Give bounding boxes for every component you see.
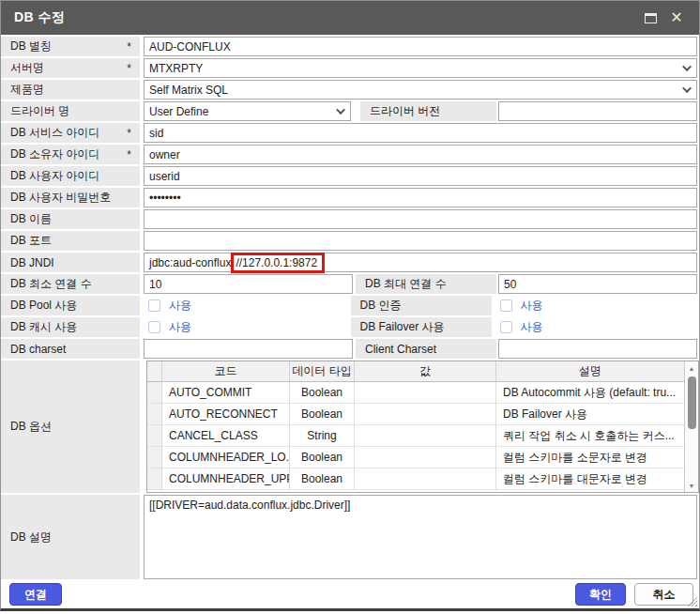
footer: 연결 확인 취소 (1, 581, 699, 607)
table-row[interactable]: AUTO_COMMIT Boolean DB Autocommit 사용 (de… (147, 382, 684, 404)
cell-type: Boolean (290, 404, 355, 425)
table-row[interactable]: CANCEL_CLASS String 쿼리 작업 취소 시 호출하는 커스..… (147, 425, 684, 447)
form-area: DB 별칭* 서버명* MTXRPTY 제품명 Self Matrix SQL … (1, 35, 699, 579)
server-name-label: 서버명* (1, 58, 140, 78)
cell-type: Boolean (290, 447, 355, 468)
form-row-product-name: 제품명 Self Matrix SQL (1, 80, 699, 100)
cell-code: CANCEL_CLASS (162, 425, 290, 447)
driver-name-label: 드라이버 명 (1, 101, 140, 121)
db-service-id-label: DB 서비스 아이디* (1, 123, 140, 143)
form-row-server-name: 서버명* MTXRPTY (1, 58, 699, 78)
db-cache-checkbox[interactable] (148, 321, 160, 333)
form-row-db-name: DB 이름 (1, 209, 699, 229)
db-charset-input[interactable] (144, 339, 353, 359)
driver-name-select[interactable]: User Define (144, 101, 351, 121)
form-row-owner-id: DB 소유자 아이디* (1, 145, 699, 164)
db-description-label: DB 설명 (1, 495, 140, 579)
form-row-db-port: DB 포트 (1, 231, 699, 251)
db-alias-input[interactable] (144, 37, 697, 56)
cell-desc: DB Failover 사용 (496, 404, 684, 425)
table-row[interactable]: COLUMNHEADER_UPP... Boolean 컬럼 스키마를 대문자로… (147, 468, 684, 490)
cell-value[interactable] (355, 468, 496, 490)
db-min-conn-input[interactable] (144, 274, 353, 294)
chevron-down-icon (682, 84, 692, 93)
db-cache-label: DB 캐시 사용 (1, 317, 140, 337)
form-row-jndi: DB JNDI jdbc:aud-conflux //127.0.0.1:987… (1, 253, 699, 272)
db-auth-field: 사용 (495, 296, 700, 315)
client-charset-input[interactable] (498, 339, 697, 359)
db-edit-dialog: DB 수정 ✕ DB 별칭* 서버명* MTXRPTY 제품명 Self Mat… (0, 0, 700, 611)
db-owner-id-label: DB 소유자 아이디* (1, 145, 140, 164)
db-user-id-input[interactable] (144, 166, 697, 186)
column-header-value[interactable]: 값 (355, 361, 496, 382)
chevron-down-icon (336, 105, 345, 115)
form-row-cache-failover: DB 캐시 사용 사용 DB Failover 사용 사용 (1, 317, 699, 337)
scrollbar-thumb[interactable] (688, 376, 696, 429)
options-grid-header: 코드 데이터 타입 값 설명 (147, 361, 684, 382)
form-row-user-id: DB 사용자 아이디 (1, 166, 699, 186)
cell-value[interactable] (355, 425, 496, 447)
scroll-up-icon[interactable]: ▲ (685, 361, 698, 375)
table-row[interactable]: COLUMNHEADER_LO... Boolean 컬럼 스키마를 소문자로 … (147, 447, 684, 468)
db-service-id-input[interactable] (144, 123, 697, 143)
chevron-down-icon (682, 62, 692, 71)
table-row[interactable]: AUTO_RECONNECT Boolean DB Failover 사용 (147, 404, 684, 425)
scroll-down-icon[interactable]: ▼ (685, 479, 698, 492)
form-row-db-alias: DB 별칭* (1, 37, 699, 56)
db-password-label: DB 사용자 비밀번호 (1, 188, 140, 207)
db-auth-checkbox[interactable] (500, 299, 512, 312)
db-description-textarea[interactable]: [[DRIVER=aud.data.conflux.jdbc.Driver]] (144, 495, 697, 579)
db-user-id-label: DB 사용자 아이디 (1, 166, 140, 186)
dialog-title: DB 수정 (14, 9, 637, 26)
db-options-section: DB 옵션 코드 데이터 타입 값 설명 AUTO_COMMIT Boolean (1, 361, 699, 493)
db-auth-checkbox-label: 사용 (521, 298, 543, 314)
driver-version-label: 드라이버 버전 (360, 101, 496, 121)
db-password-input[interactable] (144, 188, 697, 207)
db-name-label: DB 이름 (1, 209, 140, 229)
db-alias-label: DB 별칭* (1, 37, 140, 56)
db-failover-label: DB Failover 사용 (351, 317, 492, 337)
cell-type: Boolean (290, 468, 355, 490)
driver-version-input[interactable] (498, 101, 697, 121)
cell-value[interactable] (355, 382, 496, 404)
db-failover-field: 사용 (495, 317, 700, 337)
close-button[interactable]: ✕ (663, 6, 690, 30)
db-owner-id-input[interactable] (144, 145, 697, 164)
jndi-highlight-annotation: //127.0.0.1:9872 (231, 253, 325, 273)
table-scrollbar[interactable]: ▲ ▼ (684, 361, 698, 492)
row-selector-header (147, 361, 162, 382)
db-pool-label: DB Pool 사용 (1, 296, 140, 315)
db-min-conn-label: DB 최소 연결 수 (1, 274, 140, 294)
row-selector (147, 425, 162, 447)
cell-code: COLUMNHEADER_UPP... (162, 468, 290, 490)
connect-button[interactable]: 연결 (9, 583, 62, 606)
db-port-label: DB 포트 (1, 231, 140, 251)
db-max-conn-label: DB 최대 연결 수 (356, 274, 496, 294)
db-options-label: DB 옵션 (1, 361, 140, 493)
form-row-password: DB 사용자 비밀번호 (1, 188, 699, 207)
cell-value[interactable] (355, 404, 496, 425)
server-name-select[interactable]: MTXRPTY (144, 58, 697, 78)
maximize-button[interactable] (637, 6, 663, 30)
db-name-input[interactable] (144, 209, 697, 229)
cell-code: AUTO_COMMIT (162, 382, 290, 404)
ok-button[interactable]: 확인 (575, 583, 626, 606)
column-header-code[interactable]: 코드 (162, 361, 290, 382)
column-header-desc[interactable]: 설명 (496, 361, 684, 382)
db-charset-label: DB charset (1, 339, 140, 359)
jndi-value-prefix: jdbc:aud-conflux (149, 256, 231, 269)
cancel-button[interactable]: 취소 (634, 583, 693, 606)
db-auth-label: DB 인증 (351, 296, 492, 315)
db-jndi-input[interactable]: jdbc:aud-conflux //127.0.0.1:9872 (144, 253, 697, 272)
cell-type: String (290, 425, 355, 447)
product-name-select[interactable]: Self Matrix SQL (144, 80, 697, 100)
cell-value[interactable] (355, 447, 496, 468)
db-failover-checkbox[interactable] (500, 321, 512, 333)
required-mark: * (127, 62, 131, 75)
db-port-input[interactable] (144, 231, 697, 251)
db-pool-checkbox[interactable] (148, 299, 160, 312)
db-max-conn-input[interactable] (498, 274, 697, 294)
options-grid-main: 코드 데이터 타입 값 설명 AUTO_COMMIT Boolean DB Au… (147, 361, 684, 492)
column-header-type[interactable]: 데이터 타입 (290, 361, 355, 382)
db-cache-checkbox-label: 사용 (169, 319, 191, 335)
